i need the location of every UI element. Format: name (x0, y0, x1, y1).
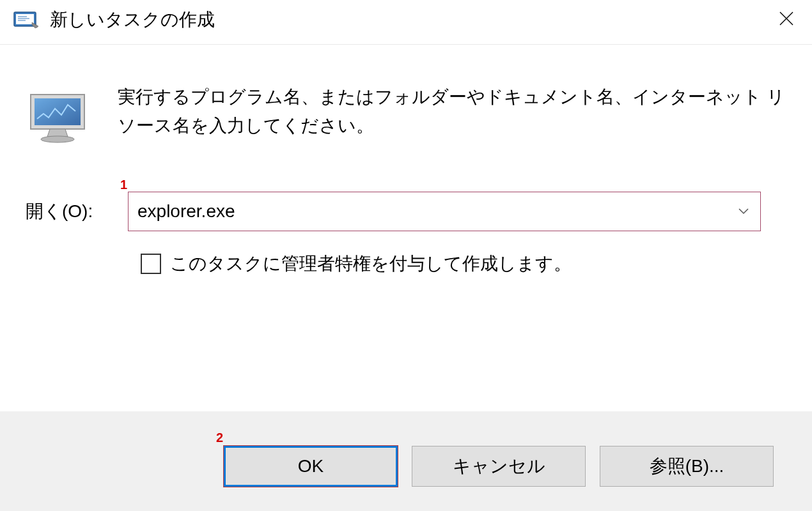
cancel-button[interactable]: キャンセル (412, 446, 586, 487)
admin-checkbox-row: このタスクに管理者特権を付与して作成します。 (141, 252, 786, 276)
close-icon (779, 11, 794, 26)
ok-button-wrapper: 2 OK (224, 446, 398, 487)
svg-rect-1 (16, 14, 34, 24)
description-row: 実行するプログラム名、またはフォルダーやドキュメント名、インターネット リソース… (26, 83, 786, 149)
browse-button[interactable]: 参照(B)... (600, 446, 774, 487)
open-combobox[interactable]: 1 (128, 192, 761, 231)
button-bar: 2 OK キャンセル 参照(B)... (0, 411, 812, 511)
open-input[interactable] (128, 192, 761, 231)
admin-checkbox[interactable] (141, 254, 161, 274)
ok-button[interactable]: OK (224, 446, 398, 487)
admin-checkbox-label: このタスクに管理者特権を付与して作成します。 (170, 252, 572, 276)
description-text: 実行するプログラム名、またはフォルダーやドキュメント名、インターネット リソース… (118, 83, 786, 141)
titlebar: 新しいタスクの作成 (0, 0, 812, 45)
open-row: 開く(O): 1 (26, 192, 786, 231)
svg-point-7 (41, 136, 74, 142)
annotation-marker-2: 2 (216, 431, 223, 445)
dialog-content: 実行するプログラム名、またはフォルダーやドキュメント名、インターネット リソース… (0, 45, 812, 301)
run-dialog-icon (13, 8, 40, 31)
annotation-marker-1: 1 (120, 178, 127, 192)
window-title: 新しいタスクの作成 (50, 8, 215, 32)
titlebar-left: 新しいタスクの作成 (13, 8, 215, 32)
monitor-icon (26, 87, 95, 149)
open-label: 開く(O): (26, 199, 115, 224)
close-button[interactable] (771, 5, 802, 34)
